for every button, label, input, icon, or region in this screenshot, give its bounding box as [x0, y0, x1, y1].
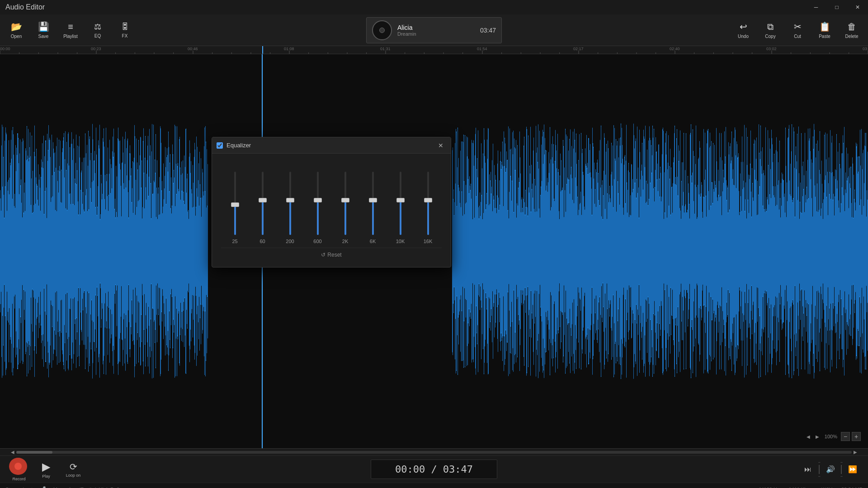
record-circle-button[interactable]	[9, 458, 27, 475]
transport-controls-left: Record ▶ Play ⟳ Loop on	[7, 458, 85, 481]
eq-band-6K: 6K	[362, 172, 384, 244]
delete-button[interactable]: 🗑 Delete	[839, 17, 864, 43]
file-tools: 📂 Open 💾 Save ≡ Playlist ⚖ EQ 🎛 FX	[4, 17, 137, 43]
eq-band-label-60: 60	[259, 239, 265, 244]
volume-icon[interactable]: 🔊	[822, 461, 839, 478]
eq-slider-fill-6K	[372, 200, 374, 235]
eq-slider-thumb-10K[interactable]	[396, 198, 405, 202]
scroll-right-icon[interactable]: ▶	[814, 433, 821, 440]
eq-band-label-25: 25	[232, 239, 237, 244]
eq-slider-thumb-6K[interactable]	[369, 198, 377, 202]
eq-slider-fill-200	[289, 200, 291, 235]
copy-icon: ⧉	[767, 22, 774, 32]
eq-sliders: 25 60 200 600	[221, 163, 442, 244]
format: WAV	[821, 487, 832, 488]
eq-band-label-10K: 10K	[396, 239, 405, 244]
eq-close-button[interactable]: ✕	[435, 140, 446, 151]
volume-controls: − −	[818, 460, 820, 479]
fx-icon: 🎛	[121, 22, 129, 32]
track-subtitle: Dreamin	[397, 31, 475, 37]
eq-slider-thumb-600[interactable]	[314, 198, 322, 202]
eq-slider-container-600[interactable]	[314, 172, 322, 235]
minimize-button[interactable]: ─	[806, 0, 826, 14]
paste-button[interactable]: 📋 Paste	[812, 17, 837, 43]
zoom-level: 100%	[825, 434, 837, 439]
eq-button[interactable]: ⚖ EQ	[85, 17, 110, 43]
eq-slider-thumb-60[interactable]	[259, 198, 267, 202]
speed-slider-track[interactable]	[841, 465, 842, 474]
paste-icon: 📋	[819, 21, 830, 32]
eq-slider-thumb-2K[interactable]	[341, 198, 349, 202]
copy-button[interactable]: ⧉ Copy	[758, 17, 783, 43]
eq-slider-container-2K[interactable]	[341, 172, 349, 235]
scroll-right-button[interactable]: ▶	[852, 449, 859, 456]
statusbar: Stopped | 🎤 Микрофон (Realtek High Defin…	[0, 483, 868, 488]
eq-title: Equalizer	[226, 142, 435, 149]
eq-band-16K: 16K	[417, 172, 439, 244]
play-button[interactable]: ▶ Play	[34, 458, 58, 481]
eq-slider-container-10K[interactable]	[396, 172, 405, 235]
edit-tools: ↩ Undo ⧉ Copy ✂ Cut 📋 Paste 🗑 Delete	[731, 17, 864, 43]
statusbar-right: 44100 Hz 1411 Kbps WAV 38,34 MB	[758, 487, 863, 488]
eq-band-60: 60	[251, 172, 274, 244]
loop-button[interactable]: ⟳ Loop on	[61, 458, 85, 481]
eq-band-label-6K: 6K	[370, 239, 376, 244]
ruler-canvas	[0, 46, 868, 54]
zoom-out-button[interactable]: −	[841, 432, 850, 441]
speed-controls: − −	[840, 460, 843, 479]
zoom-controls: ◀ ▶ 100% − +	[805, 432, 861, 441]
track-name: Alicia	[397, 24, 475, 31]
equalizer-dialog: Equalizer ✕ 25 60 200	[212, 137, 451, 267]
zoom-in-button[interactable]: +	[852, 432, 861, 441]
h-scrollbar-thumb[interactable]	[16, 451, 52, 454]
open-button[interactable]: 📂 Open	[4, 17, 29, 43]
save-button[interactable]: 💾 Save	[31, 17, 56, 43]
eq-slider-fill-60	[262, 200, 264, 235]
track-text: Alicia Dreamin	[397, 24, 475, 37]
maximize-button[interactable]: □	[826, 0, 847, 14]
undo-icon: ↩	[740, 21, 747, 32]
eq-titlebar: Equalizer ✕	[212, 137, 451, 154]
reset-icon: ↺	[321, 252, 326, 258]
timeline-ruler[interactable]	[0, 46, 868, 54]
track-disc-inner	[379, 28, 385, 33]
eq-icon: ⚖	[94, 22, 101, 32]
volume-slider-track[interactable]	[819, 465, 820, 474]
skip-to-end-button[interactable]: ⏭	[800, 461, 816, 478]
transport-bar: Record ▶ Play ⟳ Loop on 00:00 / 03:47 ⏭ …	[0, 455, 868, 483]
eq-slider-container-25[interactable]	[231, 172, 239, 235]
eq-body: 25 60 200 600	[212, 154, 451, 267]
eq-slider-container-200[interactable]	[286, 172, 294, 235]
save-icon: 💾	[38, 21, 49, 32]
cut-icon: ✂	[794, 21, 802, 32]
eq-slider-thumb-16K[interactable]	[424, 198, 432, 202]
playlist-button[interactable]: ≡ Playlist	[58, 17, 83, 43]
app-title: Audio Editor	[5, 3, 45, 11]
eq-reset-button[interactable]: ↺ Reset	[321, 252, 341, 258]
mic-dropdown-icon[interactable]: ▼	[129, 487, 134, 488]
skip-end-button[interactable]: ⏩	[844, 461, 861, 478]
time-display: 00:00 / 03:47	[371, 460, 497, 479]
scroll-left-button[interactable]: ◀	[9, 449, 16, 456]
playlist-icon: ≡	[68, 22, 73, 32]
track-duration: 03:47	[480, 27, 496, 34]
eq-slider-thumb-25[interactable]	[231, 202, 239, 207]
eq-enabled-checkbox[interactable]	[217, 142, 223, 149]
fx-button[interactable]: 🎛 FX	[112, 17, 137, 43]
eq-slider-thumb-200[interactable]	[286, 198, 294, 202]
eq-slider-container-60[interactable]	[259, 172, 267, 235]
mic-label: Микрофон (Realtek High Defin	[53, 487, 122, 488]
eq-band-25: 25	[224, 172, 246, 244]
eq-slider-container-16K[interactable]	[424, 172, 432, 235]
cut-button[interactable]: ✂ Cut	[785, 17, 810, 43]
record-button[interactable]: Record	[7, 458, 31, 481]
track-info: Alicia Dreamin 03:47	[366, 17, 502, 43]
close-button[interactable]: ✕	[847, 0, 868, 14]
h-scrollbar-track[interactable]	[16, 451, 852, 454]
eq-slider-container-6K[interactable]	[369, 172, 377, 235]
eq-band-10K: 10K	[389, 172, 412, 244]
file-size: 38,34 MB	[841, 487, 863, 488]
scroll-left-icon[interactable]: ◀	[805, 433, 812, 440]
h-scrollbar[interactable]: ◀ ▶	[0, 448, 868, 455]
undo-button[interactable]: ↩ Undo	[731, 17, 756, 43]
